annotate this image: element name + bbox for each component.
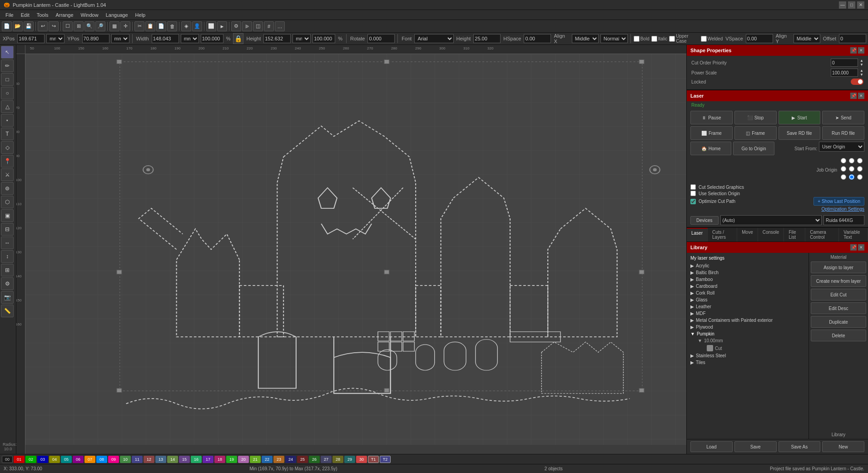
frame2-btn[interactable]: ◫ Frame [734,126,777,140]
menu-help[interactable]: Help [132,11,149,19]
tab-console[interactable]: Console [758,228,784,241]
edit-cut-btn[interactable]: Edit Cut [811,289,866,301]
tab-file-list[interactable]: File List [784,228,805,241]
ungroup-tool[interactable]: ⊟ [1,223,14,236]
frame-btn[interactable]: ⬜ [206,21,216,31]
cut-btn[interactable]: ✂ [134,21,144,31]
stop-btn[interactable]: ⬛ Stop [734,111,777,124]
paste-btn[interactable]: 📄 [156,21,166,31]
shape-props-pin[interactable]: 📌 [850,47,857,54]
offset-tool[interactable]: ⊚ [1,182,14,195]
layer-chip-01[interactable]: 01 [14,456,25,463]
edit-desc-btn[interactable]: Edit Desc [811,302,866,314]
layer-chip-15[interactable]: 15 [179,456,190,463]
italic-check[interactable] [651,36,657,42]
laser-close[interactable]: ✕ [858,93,864,99]
offset-input[interactable] [839,34,866,43]
jo-tr[interactable] [857,158,863,163]
new-file-btn[interactable]: 📄 [2,21,12,31]
layer-chip-29[interactable]: 29 [344,456,355,463]
width-input[interactable] [152,34,179,43]
layer-chip-12[interactable]: 12 [144,456,154,463]
width-unit-select[interactable]: mm [181,34,199,43]
save-as-btn[interactable]: Save As [779,441,821,452]
menu-arrange[interactable]: Arrange [52,11,77,19]
knife-tool[interactable]: ⚔ [1,168,14,181]
layer-chip-17[interactable]: 17 [203,456,213,463]
jo-bc[interactable] [849,174,854,180]
layer-chip-22[interactable]: 22 [262,456,273,463]
menu-tools[interactable]: Tools [33,11,52,19]
lib-item-stainless-steel[interactable]: ▶ Stainless Steel [689,352,807,359]
canvas-area[interactable]: 50 100 150 160 170 180 190 200 210 220 2… [16,45,686,454]
tab-cuts-layers[interactable]: Cuts / Layers [708,228,737,241]
user-btn[interactable]: 👤 [192,21,202,31]
layer-chip-10[interactable]: 10 [120,456,131,463]
lib-item-bamboo[interactable]: ▶ Bamboo [689,276,807,283]
layer-chip-19[interactable]: 19 [226,456,237,463]
snap-btn[interactable]: ✛ [120,21,130,31]
layer-chip-14[interactable]: 14 [167,456,178,463]
layer-chip-30[interactable]: 30 [356,456,367,463]
rect-tool[interactable]: □ [1,73,14,86]
jo-mc[interactable] [849,166,854,172]
hspace-input[interactable] [524,34,551,43]
ypos-unit-select[interactable]: mm [111,34,129,43]
jo-bl[interactable] [841,174,846,180]
load-btn[interactable]: Load [690,441,733,452]
jo-tl[interactable] [841,158,846,163]
more-btn[interactable]: … [275,21,285,31]
jo-tc[interactable] [849,158,854,163]
alignx-select[interactable]: Middle [572,34,599,43]
redo-btn[interactable]: ↪ [49,21,59,31]
select-all-btn[interactable]: ☐ [63,21,73,31]
start-from-select[interactable]: User Origin Absolute Coords Current Posi… [819,142,864,152]
layer-chip-27[interactable]: 27 [321,456,332,463]
star-tool[interactable]: ⋆ [1,114,14,127]
library-pin[interactable]: 📌 [850,244,857,251]
menu-window[interactable]: Window [77,11,102,19]
close-btn[interactable]: ✕ [857,1,864,9]
align-btn[interactable]: ⫸ [242,21,252,31]
layer-chip-06[interactable]: 06 [73,456,84,463]
delete-btn[interactable]: 🗑 [167,21,177,31]
menu-edit[interactable]: Edit [17,11,33,19]
assign-to-layer-btn[interactable]: Assign to layer [811,261,866,273]
group-tool[interactable]: ▣ [1,209,14,222]
welded-check[interactable] [701,36,707,42]
node-tool[interactable]: ◇ [1,141,14,154]
bold-check[interactable] [634,36,640,42]
lib-item-glass[interactable]: ▶ Glass [689,296,807,303]
power-scale-arrows[interactable]: ▲▼ [860,69,863,77]
lib-item-cardboard[interactable]: ▶ Cardboard [689,283,807,290]
font-height-input[interactable] [473,34,501,43]
pen-tool[interactable]: ✏ [1,59,14,72]
layer-chip-09[interactable]: 09 [108,456,119,463]
lib-item-plywood[interactable]: ▶ Plywood [689,324,807,330]
flip-h-tool[interactable]: ↔ [1,236,14,249]
delete-btn[interactable]: Delete [811,330,866,341]
cut-order-arrows[interactable]: ▲▼ [860,59,863,67]
xpos-input[interactable] [17,34,45,43]
jo-ml[interactable] [841,166,846,172]
new-lib-btn[interactable]: New [822,441,864,452]
layer-chip-04[interactable]: 04 [49,456,60,463]
layer-chip-T2[interactable]: T2 [380,456,391,463]
start-btn[interactable]: ▶ Start [779,111,821,124]
copy-btn[interactable]: 📋 [145,21,155,31]
go-to-origin-btn[interactable]: Go to Origin [733,142,774,155]
height-unit-select[interactable]: mm [293,34,311,43]
layer-chip-00[interactable]: 00 [2,456,13,463]
polygon-tool[interactable]: △ [1,100,14,113]
upper-check[interactable] [669,36,675,42]
locked-toggle[interactable] [851,79,863,85]
layer-chip-05[interactable]: 05 [61,456,72,463]
grid-btn[interactable]: ▦ [109,21,119,31]
layer-chip-08[interactable]: 08 [96,456,107,463]
minimize-btn[interactable]: — [839,1,846,9]
use-selection-check[interactable] [690,191,696,196]
layer-chip-26[interactable]: 26 [309,456,320,463]
select-tool[interactable]: ↖ [1,46,14,59]
layer-chip-03[interactable]: 03 [37,456,48,463]
layer-chip-18[interactable]: 18 [214,456,225,463]
